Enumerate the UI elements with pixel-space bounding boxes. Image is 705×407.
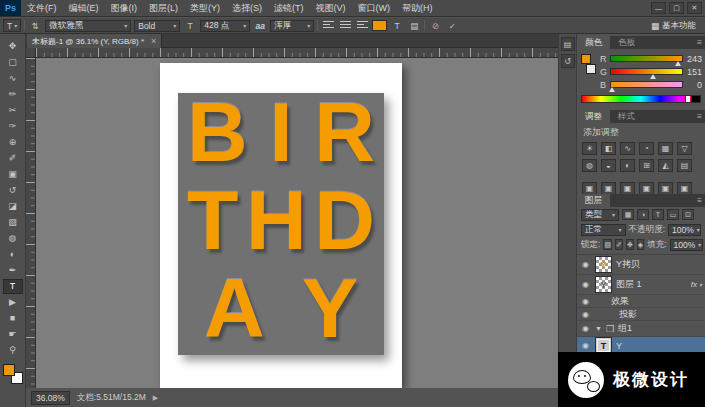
- layer-name[interactable]: 图层 1: [616, 278, 687, 291]
- slider-thumb[interactable]: [609, 87, 615, 92]
- hue-saturation-icon[interactable]: ▽: [677, 142, 692, 155]
- menu-edit[interactable]: 编辑(E): [63, 0, 105, 16]
- layer-name[interactable]: Y: [616, 341, 702, 351]
- panel-menu-icon[interactable]: ≡: [694, 36, 705, 49]
- canvas-text-line[interactable]: THD: [178, 189, 384, 251]
- layer-effects-row[interactable]: ◉ 效果: [577, 295, 705, 308]
- status-arrow-icon[interactable]: ▶: [153, 394, 158, 402]
- workspace-switcher[interactable]: ▦ 基本功能: [645, 20, 702, 32]
- lock-position-icon[interactable]: ✥: [626, 239, 634, 250]
- filter-type-icon[interactable]: T: [652, 209, 664, 220]
- cancel-edit-icon[interactable]: ⊘: [428, 19, 442, 32]
- filter-adjustment-icon[interactable]: ◑: [637, 209, 649, 220]
- text-orientation-icon[interactable]: ⇅: [28, 19, 42, 32]
- warp-text-icon[interactable]: T: [390, 19, 404, 32]
- healing-brush-tool[interactable]: ⊕: [3, 135, 23, 150]
- layer-name[interactable]: 组1: [618, 322, 702, 335]
- eraser-tool[interactable]: ◪: [3, 199, 23, 214]
- filter-shape-icon[interactable]: ▭: [667, 209, 679, 220]
- channel-mixer-icon[interactable]: ⊞: [639, 159, 654, 172]
- quick-select-tool[interactable]: ✏: [3, 87, 23, 102]
- group-expander-icon[interactable]: ▼: [595, 325, 602, 332]
- layer-fx-badge[interactable]: fx ▾: [691, 280, 702, 289]
- foreground-color-swatch[interactable]: [581, 54, 591, 64]
- slider-thumb[interactable]: [675, 61, 681, 66]
- foreground-color-swatch[interactable]: [3, 364, 15, 376]
- history-brush-tool[interactable]: ↺: [3, 183, 23, 198]
- tab-adjustments[interactable]: 调整: [577, 110, 610, 123]
- canvas-text-line[interactable]: AY: [178, 277, 384, 339]
- collapsed-panel-icon[interactable]: ▤: [561, 37, 575, 51]
- font-style-select[interactable]: Bold ▾: [134, 20, 180, 32]
- channel-value[interactable]: 151: [686, 67, 702, 77]
- levels-icon[interactable]: ◧: [601, 142, 616, 155]
- visibility-eye-icon[interactable]: ◉: [580, 260, 591, 269]
- menu-view[interactable]: 视图(V): [310, 0, 352, 16]
- menu-type[interactable]: 类型(Y): [184, 0, 226, 16]
- background-color-swatch[interactable]: [586, 64, 596, 74]
- blue-slider[interactable]: [610, 81, 683, 88]
- channel-value[interactable]: 243: [686, 54, 702, 64]
- brightness-contrast-icon[interactable]: ☀: [582, 142, 597, 155]
- maximize-button[interactable]: ▢: [669, 2, 684, 14]
- drop-shadow-label[interactable]: 投影: [619, 308, 702, 321]
- layer-thumbnail[interactable]: Y: [595, 276, 612, 293]
- channel-value[interactable]: 0: [686, 80, 702, 90]
- align-right-icon[interactable]: [355, 19, 369, 32]
- menu-help[interactable]: 帮助(H): [396, 0, 439, 16]
- visibility-eye-icon[interactable]: ◉: [580, 310, 591, 319]
- filter-type-select[interactable]: 类型 ▾: [581, 209, 619, 221]
- panel-menu-icon[interactable]: ≡: [694, 110, 705, 123]
- layer-thumbnail[interactable]: Y: [595, 256, 612, 273]
- photo-filter-icon[interactable]: ◐: [620, 159, 635, 172]
- exposure-icon[interactable]: ◔: [639, 142, 654, 155]
- brush-tool[interactable]: ✐: [3, 151, 23, 166]
- toggle-panels-icon[interactable]: ▤: [407, 19, 421, 32]
- canvas-page[interactable]: BIR THD AY: [160, 63, 402, 388]
- invert-icon[interactable]: ▤: [677, 159, 692, 172]
- font-family-select[interactable]: 微软雅黑 ▾: [45, 20, 131, 32]
- crop-tool[interactable]: ✂: [3, 103, 23, 118]
- path-select-tool[interactable]: ▶: [3, 295, 23, 310]
- zoom-tool[interactable]: ⚲: [3, 343, 23, 358]
- pen-tool[interactable]: ✒: [3, 263, 23, 278]
- layer-dropshadow-row[interactable]: ◉ 投影: [577, 308, 705, 321]
- menu-image[interactable]: 图像(I): [105, 0, 144, 16]
- blend-mode-select[interactable]: 正常 ▾: [581, 224, 626, 236]
- type-tool[interactable]: T: [3, 279, 23, 294]
- collapsed-panel-icon[interactable]: ↺: [561, 54, 575, 68]
- effects-label[interactable]: 效果: [611, 295, 702, 308]
- color-spectrum-bar[interactable]: [581, 95, 701, 103]
- visibility-eye-icon[interactable]: ◉: [580, 341, 591, 350]
- menu-select[interactable]: 选择(S): [226, 0, 268, 16]
- color-lookup-icon[interactable]: ◭: [658, 159, 673, 172]
- minimize-button[interactable]: —: [651, 2, 666, 14]
- close-button[interactable]: ✕: [687, 2, 702, 14]
- zoom-level-field[interactable]: 36.08%: [31, 391, 70, 405]
- white-swatch[interactable]: [685, 96, 690, 102]
- visibility-eye-icon[interactable]: ◉: [580, 297, 591, 306]
- fill-select[interactable]: 100% ▾: [670, 239, 703, 251]
- layer-row[interactable]: ◉ Y 图层 1 fx ▾: [577, 275, 705, 295]
- tab-swatches[interactable]: 色板: [610, 36, 643, 49]
- slider-thumb[interactable]: [650, 74, 656, 79]
- curves-icon[interactable]: ∿: [620, 142, 635, 155]
- opacity-select[interactable]: 100% ▾: [668, 224, 701, 236]
- menu-file[interactable]: 文件(F): [21, 0, 63, 16]
- shape-tool[interactable]: ■: [3, 311, 23, 326]
- tab-styles[interactable]: 样式: [610, 110, 643, 123]
- tab-color[interactable]: 颜色: [577, 36, 610, 49]
- tab-layers[interactable]: 图层: [577, 194, 610, 207]
- red-slider[interactable]: [610, 55, 683, 62]
- lock-all-icon[interactable]: ◈: [637, 239, 644, 250]
- menu-filter[interactable]: 滤镜(T): [268, 0, 310, 16]
- tool-preset-picker[interactable]: T ▾: [3, 19, 21, 32]
- clone-stamp-tool[interactable]: ▣: [3, 167, 23, 182]
- visibility-eye-icon[interactable]: ◉: [580, 324, 591, 333]
- pasteboard[interactable]: BIR THD AY: [36, 58, 558, 388]
- layer-row[interactable]: ◉ Y Y拷贝: [577, 255, 705, 275]
- dodge-tool[interactable]: ◐: [3, 247, 23, 262]
- canvas-text-line[interactable]: BIR: [178, 101, 384, 163]
- layer-name[interactable]: Y拷贝: [616, 258, 702, 271]
- filter-smart-icon[interactable]: ⊡: [682, 209, 694, 220]
